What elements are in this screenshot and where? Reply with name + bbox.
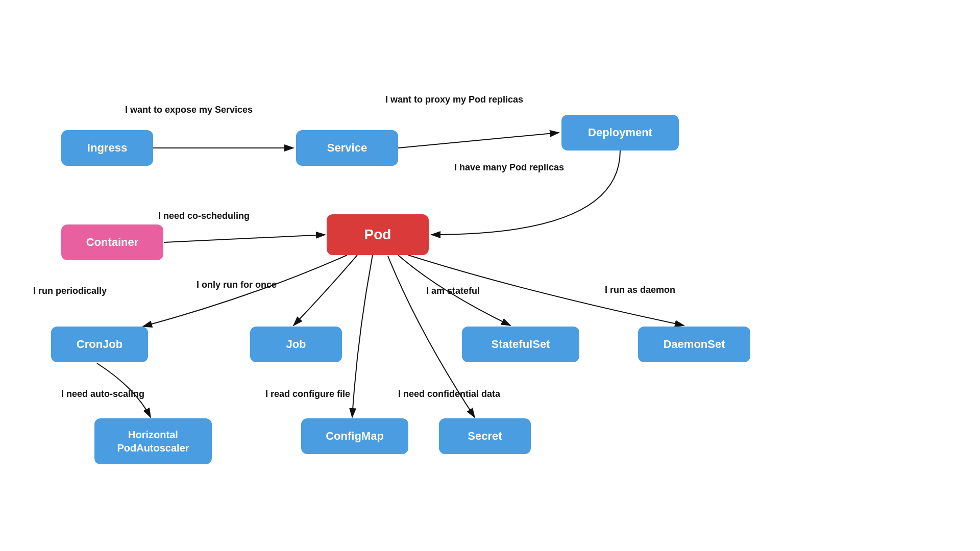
node-service: Service	[296, 130, 398, 166]
label-configure: I read configure file	[265, 389, 350, 399]
node-hpa: HorizontalPodAutoscaler	[94, 418, 212, 464]
node-statefulset: StatefulSet	[462, 327, 579, 362]
label-stateful: I am stateful	[426, 286, 480, 296]
node-daemonset: DaemonSet	[638, 327, 750, 362]
svg-line-3	[164, 235, 325, 242]
label-autoscaling: I need auto-scaling	[61, 389, 144, 399]
label-periodic: I run periodically	[33, 286, 107, 296]
label-manyreplicas: I have many Pod replicas	[454, 162, 564, 173]
node-cronjob: CronJob	[51, 327, 148, 362]
label-coschedule: I need co-scheduling	[158, 211, 250, 221]
node-secret: Secret	[439, 418, 531, 454]
arrows-svg	[0, 0, 980, 551]
node-job: Job	[250, 327, 342, 362]
label-confidential: I need confidential data	[398, 389, 500, 399]
node-deployment: Deployment	[561, 115, 679, 151]
diagram-container: Ingress Service Deployment Container Pod…	[0, 0, 980, 551]
label-daemon: I run as daemon	[605, 285, 675, 295]
svg-line-2	[398, 133, 559, 148]
label-expose: I want to expose my Services	[125, 105, 253, 115]
node-container: Container	[61, 224, 163, 260]
node-pod: Pod	[327, 214, 429, 255]
label-onlyonce: I only run for once	[197, 280, 277, 290]
node-ingress: Ingress	[61, 130, 153, 166]
node-configmap: ConfigMap	[301, 418, 408, 454]
label-proxy: I want to proxy my Pod replicas	[385, 94, 523, 105]
